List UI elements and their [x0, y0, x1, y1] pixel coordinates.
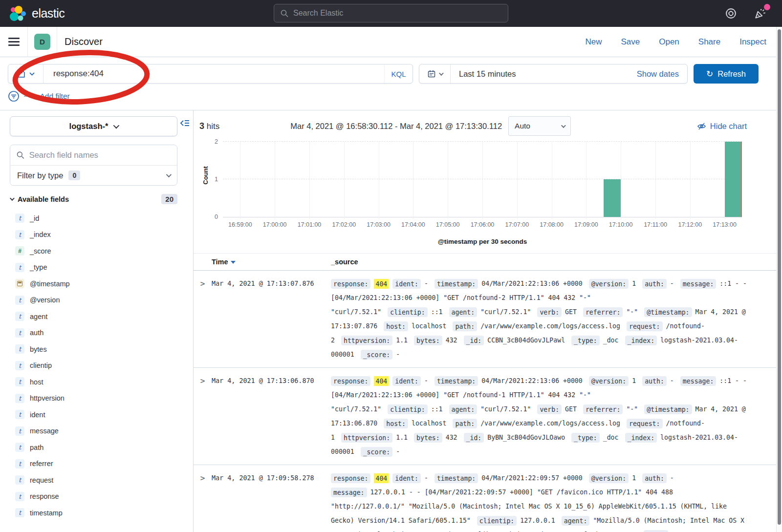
collapse-sidebar-icon[interactable] — [180, 119, 190, 128]
field-value: 1.1 — [396, 337, 408, 344]
field-item-@version[interactable]: t@version — [10, 292, 177, 309]
expand-document-button[interactable]: > — [194, 374, 212, 459]
index-pattern-switcher[interactable]: logstash-* — [10, 116, 177, 136]
show-dates-button[interactable]: Show dates — [637, 69, 687, 79]
time-range-value[interactable]: Last 15 minutes — [451, 69, 637, 79]
x-tick-label: 17:02:00 — [332, 221, 356, 228]
time-column-header[interactable]: Time — [212, 258, 331, 266]
filter-bar: + Add filter — [0, 89, 782, 110]
field-value: "curl/7.52.1" — [480, 308, 531, 316]
field-key-badge: timestamp: — [434, 376, 478, 386]
field-value: 1 — [632, 377, 636, 384]
field-item-ident[interactable]: tident — [10, 406, 177, 423]
field-name: host — [30, 378, 43, 386]
field-item-_id[interactable]: t_id — [10, 210, 177, 227]
field-item-request[interactable]: trequest — [10, 472, 177, 489]
document-row: >Mar 4, 2021 @ 17:13:07.876response:404i… — [194, 271, 782, 368]
field-item-path[interactable]: tpath — [10, 439, 177, 456]
x-tick-label: 16:59:00 — [228, 221, 252, 228]
newsfeed-button[interactable] — [754, 7, 766, 20]
field-value: - — [396, 351, 400, 358]
scrollbar-thumb[interactable] — [778, 29, 781, 525]
kql-syntax-button[interactable]: KQL — [384, 64, 413, 83]
field-value-highlighted: 404 — [374, 376, 389, 386]
nav-action-save[interactable]: Save — [621, 37, 640, 47]
histogram-bar[interactable] — [604, 179, 621, 217]
vertical-gridline — [448, 142, 448, 219]
quick-select-menu-button[interactable] — [419, 64, 451, 83]
field-key-badge: _index: — [625, 336, 657, 345]
string-field-icon: t — [15, 459, 24, 468]
menu-button[interactable] — [0, 27, 28, 57]
field-key-badge: auth: — [642, 473, 667, 483]
document-time: Mar 4, 2021 @ 17:13:07.876 — [212, 277, 331, 362]
expand-document-button[interactable]: > — [194, 471, 212, 532]
chevron-down-icon — [561, 123, 566, 128]
field-item-timestamp[interactable]: ttimestamp — [10, 505, 177, 521]
field-item-_score[interactable]: #_score — [10, 243, 177, 259]
field-item-clientip[interactable]: tclientip — [10, 358, 177, 374]
add-filter-button[interactable]: + Add filter — [34, 92, 70, 101]
nav-action-open[interactable]: Open — [659, 37, 679, 47]
elastic-brand[interactable]: elastic — [9, 5, 65, 22]
nav-action-inspect[interactable]: Inspect — [739, 37, 766, 47]
field-key-badge: httpversion: — [341, 336, 392, 345]
filter-funnel-icon[interactable] — [8, 90, 20, 102]
histogram-bar[interactable] — [725, 142, 742, 217]
field-key-badge: verb: — [537, 404, 562, 414]
field-name: path — [30, 444, 43, 451]
expand-document-button[interactable]: > — [194, 277, 212, 362]
field-item-httpversion[interactable]: thttpversion — [10, 390, 177, 407]
field-search-input[interactable] — [29, 150, 171, 160]
chevron-down-icon — [10, 196, 15, 201]
hits-label: hits — [207, 122, 219, 131]
field-key-badge: referrer: — [583, 307, 623, 317]
nav-action-new[interactable]: New — [585, 37, 602, 47]
field-value: - — [670, 280, 674, 287]
scrollbar-track[interactable] — [776, 27, 782, 532]
field-item-_index[interactable]: t_index — [10, 227, 177, 243]
refresh-button[interactable]: ↻ Refresh — [694, 64, 759, 84]
field-value: "curl/7.52.1" — [480, 405, 531, 413]
nav-action-share[interactable]: Share — [698, 37, 720, 47]
interval-select[interactable]: Auto — [508, 116, 571, 136]
top-nav-actions: NewSaveOpenShareInspect — [585, 37, 782, 47]
field-item-@timestamp[interactable]: @timestamp — [10, 276, 177, 292]
x-tick-label: 17:06:00 — [471, 221, 495, 228]
available-fields-header[interactable]: Available fields 20 — [10, 194, 177, 204]
space-badge-cell[interactable]: D — [28, 27, 57, 57]
field-item-message[interactable]: tmessage — [10, 423, 177, 440]
vertical-gridline — [482, 142, 483, 219]
field-item-auth[interactable]: tauth — [10, 325, 177, 341]
field-item-referrer[interactable]: treferrer — [10, 456, 177, 472]
filter-divider — [24, 96, 29, 97]
global-search-input[interactable] — [293, 9, 501, 18]
global-search[interactable] — [274, 4, 508, 22]
field-key-badge: @timestamp: — [644, 404, 692, 414]
header-actions — [725, 7, 773, 20]
search-icon — [281, 9, 288, 18]
field-item-host[interactable]: thost — [10, 374, 177, 390]
available-fields-label: Available fields — [18, 195, 69, 203]
filter-by-type-toggle[interactable]: Filter by type 0 — [10, 165, 177, 185]
field-key-badge: clientip: — [477, 516, 517, 526]
document-source: response:404ident:-timestamp:04/Mar/2021… — [331, 374, 782, 459]
string-field-icon: t — [15, 475, 24, 485]
x-tick-label: 17:00:00 — [263, 221, 287, 228]
help-icon[interactable] — [725, 7, 737, 20]
field-name: response — [30, 492, 59, 500]
y-axis-label: Count — [202, 161, 209, 190]
field-item-response[interactable]: tresponse — [10, 489, 177, 505]
field-item-_type[interactable]: t_type — [10, 259, 177, 276]
query-input[interactable] — [43, 69, 384, 79]
field-item-agent[interactable]: tagent — [10, 308, 177, 325]
brand-name: elastic — [32, 6, 65, 21]
field-key-badge: response: — [331, 473, 370, 483]
saved-query-menu-button[interactable] — [8, 64, 43, 83]
field-search[interactable] — [10, 145, 177, 165]
vertical-gridline — [690, 142, 691, 219]
histogram-plot-area: Count 012 — [223, 142, 742, 217]
field-name: bytes — [30, 345, 47, 353]
hide-chart-button[interactable]: Hide chart — [697, 122, 747, 131]
field-item-bytes[interactable]: tbytes — [10, 341, 177, 358]
